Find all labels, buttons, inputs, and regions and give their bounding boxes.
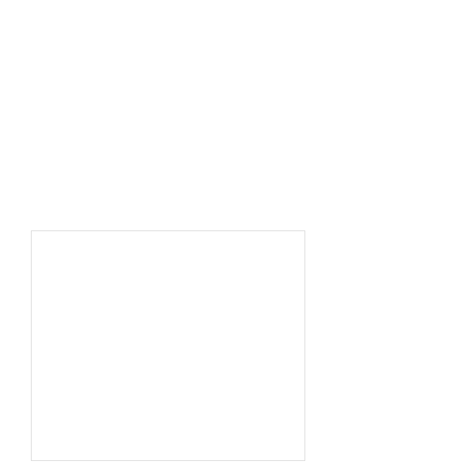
titration-error-chart[interactable] (31, 230, 305, 461)
spreadsheet (0, 0, 476, 467)
